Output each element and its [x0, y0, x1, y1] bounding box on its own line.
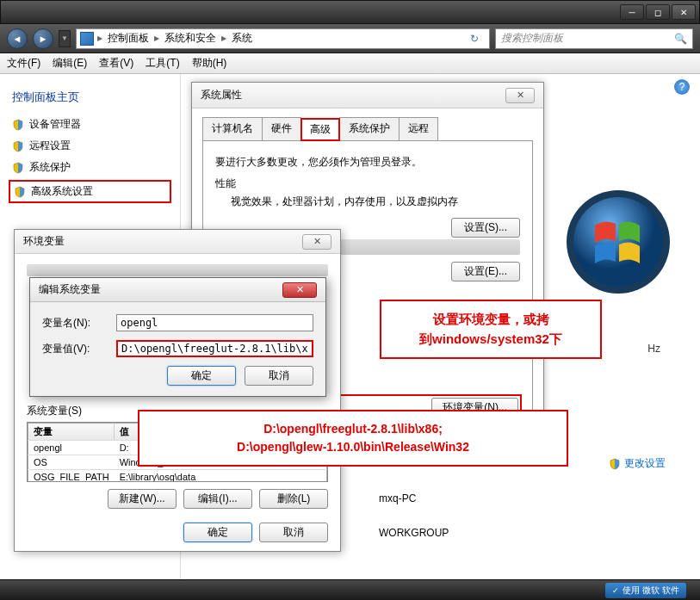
- callout-line: D:\opengl\glew-1.10.0\bin\Release\Win32: [152, 438, 554, 456]
- menu-edit[interactable]: 编辑(E): [53, 56, 87, 71]
- perf-settings-button[interactable]: 设置(S)...: [451, 218, 520, 238]
- close-button[interactable]: ✕: [505, 88, 535, 103]
- dialog-btn-row: 确定 取消: [27, 523, 328, 542]
- workgroup-value: WORKGROUP: [379, 527, 449, 539]
- chevron-right-icon: ▶: [221, 34, 226, 42]
- menu-bar: 文件(F) 编辑(E) 查看(V) 工具(T) 帮助(H): [0, 53, 700, 74]
- dialog-title: 环境变量: [23, 234, 65, 249]
- annotation-callout-1: 设置环境变量，或拷 到windows/system32下: [380, 300, 602, 359]
- menu-tools[interactable]: 工具(T): [146, 56, 179, 71]
- callout-line: 到windows/system32下: [393, 330, 588, 349]
- close-button[interactable]: ✕: [302, 234, 331, 250]
- tab-advanced[interactable]: 高级: [300, 118, 340, 141]
- new-button[interactable]: 新建(W)...: [108, 489, 177, 509]
- shield-icon: [12, 162, 24, 174]
- value-field-row: 变量值(V):: [42, 340, 313, 357]
- sidebar-item-device-manager[interactable]: 设备管理器: [12, 114, 168, 135]
- ok-button[interactable]: 确定: [167, 366, 236, 386]
- sidebar-item-label: 高级系统设置: [31, 184, 93, 199]
- dialog-titlebar[interactable]: 环境变量 ✕: [15, 230, 340, 254]
- blurred-user-vars-label: [27, 264, 328, 276]
- performance-desc: 视觉效果，处理器计划，内存使用，以及虚拟内存: [231, 195, 520, 209]
- window-titlebar: ─ ◻ ✕: [0, 0, 700, 24]
- sysvar-btn-row: 新建(W)... 编辑(I)... 删除(L): [27, 489, 328, 509]
- tabs: 计算机名 硬件 高级 系统保护 远程: [202, 117, 533, 141]
- dialog-titlebar[interactable]: 系统属性 ✕: [192, 83, 543, 108]
- taskbar: 使用 微软 软件: [0, 579, 700, 600]
- menu-view[interactable]: 查看(V): [99, 56, 133, 71]
- edit-variable-dialog: 编辑系统变量 ✕ 变量名(N): 变量值(V): 确定 取消: [29, 277, 326, 397]
- dialog-title: 编辑系统变量: [39, 282, 101, 297]
- shield-icon: [14, 186, 26, 198]
- help-icon[interactable]: ?: [674, 79, 690, 95]
- admin-required-text: 要进行大多数更改，您必须作为管理员登录。: [215, 155, 520, 170]
- svg-point-1: [573, 197, 663, 287]
- table-row[interactable]: OSG_FILE_PATHE:\library\osg\data: [28, 470, 327, 483]
- sidebar-item-label: 系统保护: [29, 160, 71, 175]
- computer-name-value: mxq-PC: [379, 492, 416, 504]
- menu-help[interactable]: 帮助(H): [192, 56, 227, 71]
- tab-computer-name[interactable]: 计算机名: [202, 117, 263, 140]
- nav-forward-button[interactable]: ►: [33, 28, 53, 49]
- profile-settings-button[interactable]: 设置(E)...: [451, 262, 520, 281]
- close-button[interactable]: ✕: [282, 282, 317, 298]
- shield-icon: [12, 119, 24, 131]
- refresh-icon[interactable]: ↻: [470, 33, 486, 45]
- dialog-btn-row: 确定 取消: [42, 366, 313, 386]
- name-input[interactable]: [116, 314, 313, 331]
- tray-notification[interactable]: 使用 微软 软件: [605, 583, 686, 598]
- sidebar-item-label: 设备管理器: [29, 117, 81, 132]
- callout-line: 设置环境变量，或拷: [393, 310, 588, 330]
- cancel-button[interactable]: 取消: [245, 366, 313, 386]
- col-name[interactable]: 变量: [28, 424, 115, 441]
- control-panel-icon: [80, 32, 94, 46]
- sidebar-item-system-protection[interactable]: 系统保护: [12, 157, 168, 178]
- nav-history-dropdown[interactable]: ▼: [59, 30, 71, 47]
- change-settings-link[interactable]: 更改设置: [609, 456, 666, 471]
- windows-logo-icon: [562, 186, 674, 298]
- dialog-titlebar[interactable]: 编辑系统变量 ✕: [30, 278, 325, 302]
- value-input[interactable]: [116, 340, 313, 357]
- sidebar-links: 设备管理器 远程设置 系统保护 高级系统设置: [12, 114, 168, 203]
- change-settings-label: 更改设置: [624, 456, 666, 471]
- breadcrumb-item[interactable]: 控制面板: [106, 31, 151, 46]
- explorer-toolbar: ◄ ► ▼ ▶ 控制面板 ▶ 系统和安全 ▶ 系统 ↻ 搜索控制面板 🔍: [0, 24, 700, 53]
- cancel-button[interactable]: 取消: [259, 523, 328, 542]
- close-button[interactable]: ✕: [672, 4, 696, 20]
- sidebar-item-advanced-system-settings[interactable]: 高级系统设置: [9, 180, 171, 203]
- minimize-button[interactable]: ─: [620, 4, 644, 20]
- breadcrumb-item[interactable]: 系统: [230, 31, 254, 46]
- sidebar-item-label: 远程设置: [29, 139, 71, 153]
- performance-title: 性能: [215, 176, 520, 191]
- dialog-body: 变量名(N): 变量值(V): 确定 取消: [30, 302, 325, 396]
- breadcrumb[interactable]: ▶ 控制面板 ▶ 系统和安全 ▶ 系统 ↻: [76, 28, 490, 49]
- edit-button[interactable]: 编辑(I)...: [183, 489, 252, 509]
- tab-hardware[interactable]: 硬件: [262, 117, 301, 140]
- blur-text-hz: Hz: [647, 343, 660, 355]
- shield-icon: [609, 458, 621, 470]
- name-field-row: 变量名(N):: [42, 314, 313, 331]
- delete-button[interactable]: 删除(L): [259, 489, 328, 509]
- chevron-right-icon: ▶: [97, 34, 102, 42]
- search-placeholder: 搜索控制面板: [501, 31, 563, 46]
- name-label: 变量名(N):: [42, 316, 108, 331]
- search-icon: 🔍: [674, 33, 687, 45]
- shield-icon: [12, 140, 24, 152]
- maximize-button[interactable]: ◻: [646, 4, 670, 20]
- breadcrumb-item[interactable]: 系统和安全: [163, 31, 218, 46]
- sidebar-title: 控制面板主页: [12, 90, 168, 105]
- ok-button[interactable]: 确定: [183, 523, 252, 542]
- chevron-right-icon: ▶: [154, 34, 159, 42]
- tab-system-protection[interactable]: 系统保护: [339, 117, 400, 140]
- dialog-title: 系统属性: [201, 88, 242, 102]
- annotation-callout-2: D:\opengl\freeglut-2.8.1\lib\x86; D:\ope…: [138, 410, 568, 467]
- sidebar-item-remote-settings[interactable]: 远程设置: [12, 135, 168, 157]
- window-controls: ─ ◻ ✕: [620, 4, 696, 20]
- tab-remote[interactable]: 远程: [399, 117, 438, 140]
- nav-back-button[interactable]: ◄: [7, 28, 28, 49]
- menu-file[interactable]: 文件(F): [7, 56, 40, 71]
- search-input[interactable]: 搜索控制面板 🔍: [495, 28, 693, 49]
- callout-line: D:\opengl\freeglut-2.8.1\lib\x86;: [152, 420, 554, 438]
- value-label: 变量值(V):: [42, 342, 108, 356]
